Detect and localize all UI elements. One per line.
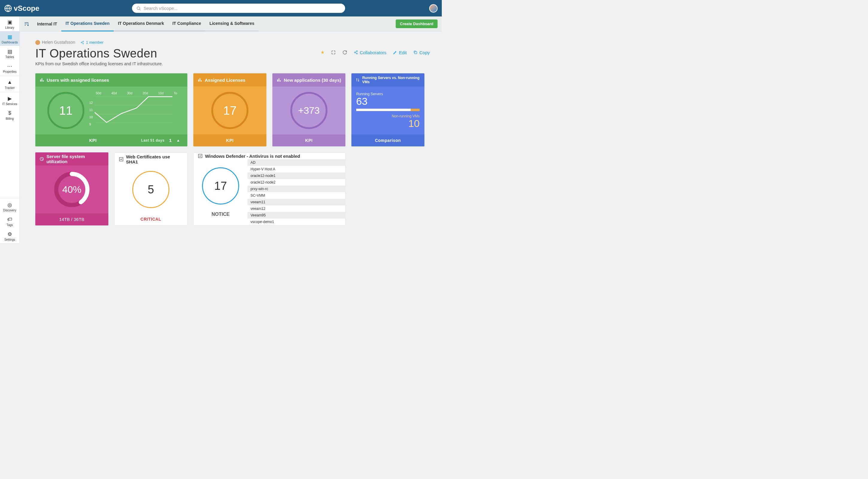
tab-it-sweden[interactable]: IT Operations Sweden <box>61 17 114 31</box>
share-icon <box>81 41 84 44</box>
compare-bar <box>356 109 420 111</box>
bar-chart-icon <box>277 78 281 82</box>
expand-icon <box>331 50 336 55</box>
svg-point-5 <box>356 51 358 52</box>
tab-licensing[interactable]: Licensing & Softwares <box>205 17 258 31</box>
sidenav-properties[interactable]: ⋯Properties <box>0 60 20 75</box>
bar-chart-icon <box>197 78 202 82</box>
sidenav-library[interactable]: ▣Library <box>0 17 20 31</box>
table-icon: ▤ <box>7 48 13 55</box>
target-icon: ◎ <box>7 202 13 208</box>
owner-name: Helen Gustafsson <box>35 40 75 45</box>
line-chart-icon <box>95 96 173 123</box>
card-defender[interactable]: Windows Defender - Antivirus is not enab… <box>193 152 345 226</box>
sidenav-tags[interactable]: 🏷Tags <box>0 214 20 229</box>
svg-rect-10 <box>41 79 42 82</box>
trend-label: Last 51 days 1 ▲ <box>141 138 180 143</box>
svg-rect-18 <box>201 81 202 82</box>
dollar-icon: $ <box>7 110 13 116</box>
bar-chart-icon <box>39 78 44 82</box>
tab-internal-it[interactable]: Internal IT <box>33 17 61 31</box>
list-item[interactable]: Hyper-V Host A <box>248 166 345 173</box>
page-title: IT Operations Sweden <box>35 47 163 60</box>
favorite-button[interactable]: ★ <box>320 50 324 55</box>
collaborators-button[interactable]: Collaborators <box>354 50 386 55</box>
pie-icon <box>39 156 44 161</box>
globe-icon <box>4 4 12 12</box>
sidenav-tables[interactable]: ▤Tables <box>0 46 20 60</box>
fullscreen-button[interactable] <box>331 50 336 55</box>
svg-rect-8 <box>415 52 417 54</box>
sidenav-tracker[interactable]: ▲Tracker <box>0 77 20 91</box>
search-box[interactable] <box>132 4 345 13</box>
page-subtitle: KPIs from our Swedish office including l… <box>35 61 163 66</box>
owner-avatar-icon <box>35 40 40 45</box>
user-avatar[interactable] <box>429 4 438 12</box>
svg-rect-19 <box>277 80 278 82</box>
dashboard-actions: ★ Collaborators Edit Copy <box>320 50 430 55</box>
svg-rect-21 <box>280 81 281 82</box>
list-item[interactable]: prxy-win-rc <box>248 186 345 192</box>
kpi-ring: 17 <box>211 92 248 129</box>
refresh-icon <box>342 50 347 55</box>
create-dashboard-button[interactable]: Create Dashboard <box>396 20 438 28</box>
card-server-fs[interactable]: Server file system utilization 40% 14TB … <box>35 152 108 226</box>
kpi-ring: +373 <box>290 92 328 129</box>
search-input[interactable] <box>143 6 341 11</box>
svg-point-2 <box>83 41 84 42</box>
grid-icon: ▦ <box>7 33 13 40</box>
kpi-ring: 11 <box>47 92 84 129</box>
sort-icon[interactable] <box>24 21 29 27</box>
list-item[interactable]: veeam12 <box>248 205 345 212</box>
gear-icon: ⚙ <box>7 231 13 237</box>
alert-icon: ▲ <box>7 79 13 86</box>
sidenav-billing[interactable]: $Billing <box>0 108 20 122</box>
card-sha1[interactable]: Web Certificates use SHA1 5 CRITICAL <box>114 152 187 226</box>
svg-rect-17 <box>199 79 200 82</box>
svg-rect-11 <box>43 81 44 82</box>
copy-icon <box>413 50 417 55</box>
chart-icon <box>198 154 203 158</box>
brand-logo: vScope <box>4 4 39 12</box>
list-item[interactable]: oracle12-node1 <box>248 173 345 179</box>
sidenav-settings[interactable]: ⚙Settings <box>0 229 20 243</box>
defender-host-list: AD Hyper-V Host A oracle12-node1 oracle1… <box>248 159 345 225</box>
svg-rect-20 <box>279 79 280 82</box>
tab-compliance[interactable]: IT Compliance <box>168 17 205 31</box>
svg-rect-16 <box>198 80 199 82</box>
tab-it-denmark[interactable]: IT Operations Denmark <box>114 17 168 31</box>
kpi-ring: 17 <box>202 167 239 205</box>
members-link[interactable]: 1 member <box>81 40 103 44</box>
sidenav-dashboards[interactable]: ▦Dashboards <box>0 31 20 46</box>
edit-button[interactable]: Edit <box>393 50 407 55</box>
list-item[interactable]: SC-VMM <box>248 192 345 199</box>
copy-button[interactable]: Copy <box>413 50 430 55</box>
list-item[interactable]: vscope-demo1 <box>248 218 345 225</box>
svg-point-1 <box>137 7 140 9</box>
main-area: Internal IT IT Operations Sweden IT Oper… <box>20 17 442 243</box>
svg-point-4 <box>83 43 84 44</box>
book-icon: ▣ <box>7 19 13 25</box>
pencil-icon <box>393 50 397 55</box>
list-item[interactable]: Veeam95 <box>248 212 345 218</box>
ellipsis-icon: ⋯ <box>7 63 13 69</box>
svg-point-7 <box>356 53 358 55</box>
card-new-apps[interactable]: New applications (30 days) +373 KPI <box>272 73 345 146</box>
sidenav-itservices[interactable]: ▶IT Services <box>0 93 20 108</box>
svg-point-6 <box>354 52 355 53</box>
card-assigned-licenses[interactable]: Assigned Licenses 17 KPI <box>193 73 267 146</box>
svg-point-3 <box>81 42 82 43</box>
list-item[interactable]: veeam11 <box>248 199 345 205</box>
sidenav-discovery[interactable]: ◎Discovery <box>0 199 20 214</box>
card-users-licenses[interactable]: Users with assigned licenses 11 50d 40d … <box>35 73 187 146</box>
list-item[interactable]: oracle12-node2 <box>248 179 345 186</box>
compare-icon <box>355 78 360 82</box>
brand-text: vScope <box>14 4 39 12</box>
dashboard-tabs: Internal IT IT Operations Sweden IT Oper… <box>20 17 442 31</box>
trend-chart: 50d 40d 30d 20d 10d To 12 11 <box>95 91 178 124</box>
side-nav: ▣Library ▦Dashboards ▤Tables ⋯Properties… <box>0 17 20 243</box>
card-running-compare[interactable]: Running Servers vs. Non-running VMs Runn… <box>351 73 425 146</box>
list-item[interactable]: AD <box>248 159 345 166</box>
play-icon: ▶ <box>7 95 13 102</box>
refresh-button[interactable] <box>342 50 347 55</box>
